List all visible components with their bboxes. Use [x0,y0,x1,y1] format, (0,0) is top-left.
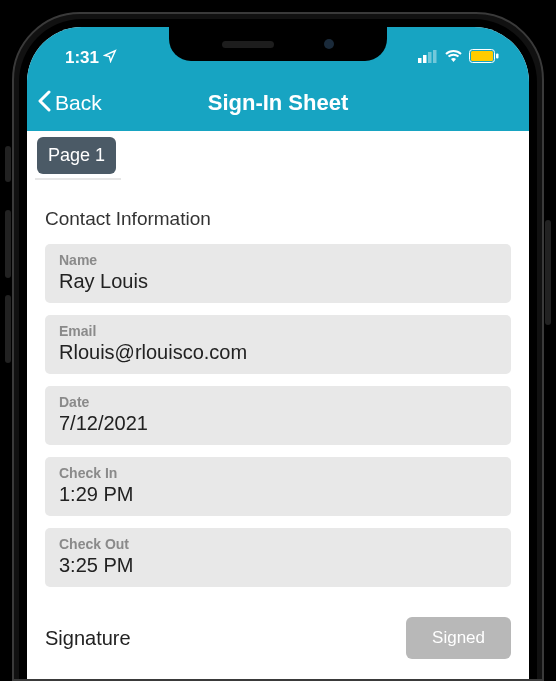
name-label: Name [59,252,497,268]
chevron-left-icon [37,90,52,117]
wifi-icon [444,49,463,67]
svg-rect-2 [428,52,432,63]
email-label: Email [59,323,497,339]
svg-rect-3 [433,50,437,63]
svg-rect-6 [496,54,499,59]
location-arrow-icon [103,48,117,68]
phone-frame: 1:31 [12,12,544,681]
checkout-field[interactable]: Check Out 3:25 PM [45,528,511,587]
svg-rect-5 [471,51,493,61]
front-camera [324,39,334,49]
side-button-volume-up [5,210,11,278]
checkin-field[interactable]: Check In 1:29 PM [45,457,511,516]
svg-rect-1 [423,55,427,63]
nav-bar: Back Sign-In Sheet [27,75,529,131]
svg-rect-0 [418,58,422,63]
email-field[interactable]: Email Rlouis@rlouisco.com [45,315,511,374]
checkin-label: Check In [59,465,497,481]
email-value: Rlouis@rlouisco.com [59,341,497,364]
screen: 1:31 [27,27,529,679]
section-contact-info: Contact Information [27,180,529,244]
page-title: Sign-In Sheet [27,90,529,116]
checkout-label: Check Out [59,536,497,552]
checkin-value: 1:29 PM [59,483,497,506]
signed-button[interactable]: Signed [406,617,511,659]
side-button-power [545,220,551,325]
device-notch [169,27,387,61]
date-field[interactable]: Date 7/12/2021 [45,386,511,445]
name-value: Ray Louis [59,270,497,293]
side-button-silent [5,146,11,182]
date-value: 7/12/2021 [59,412,497,435]
cell-signal-icon [418,49,438,67]
side-button-volume-down [5,295,11,363]
speaker [222,41,274,48]
back-label: Back [55,91,102,115]
tab-page-1[interactable]: Page 1 [37,137,116,174]
name-field[interactable]: Name Ray Louis [45,244,511,303]
signature-label: Signature [45,627,131,650]
battery-icon [469,49,499,67]
status-time: 1:31 [65,48,99,68]
date-label: Date [59,394,497,410]
back-button[interactable]: Back [27,90,102,117]
signature-row: Signature Signed [27,599,529,659]
checkout-value: 3:25 PM [59,554,497,577]
content-area: Page 1 Contact Information Name Ray Loui… [27,131,529,659]
